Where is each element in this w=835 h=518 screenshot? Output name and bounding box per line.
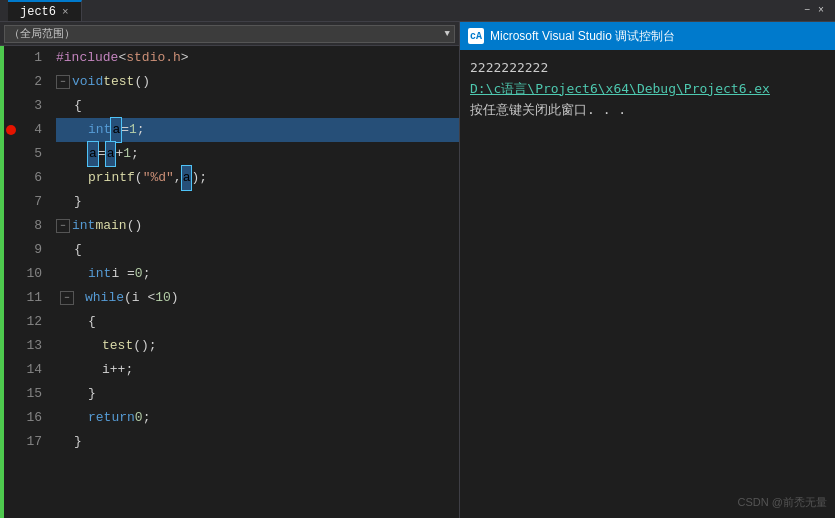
debug-path[interactable]: D:\c语言\Project6\x64\Debug\Project6.ex xyxy=(470,81,770,96)
tab-project6[interactable]: ject6 × xyxy=(8,0,82,21)
title-bar: ject6 × − × xyxy=(0,0,835,22)
code-line-2: − void test() xyxy=(56,70,459,94)
debug-content: 2222222222 D:\c语言\Project6\x64\Debug\Pro… xyxy=(460,50,835,518)
debug-output-line3: 按任意键关闭此窗口. . . xyxy=(470,100,825,121)
vs-icon: cA xyxy=(468,28,484,44)
watermark: CSDN @前禿无量 xyxy=(738,495,827,510)
debug-title-bar: cA Microsoft Visual Studio 调试控制台 xyxy=(460,22,835,50)
code-line-10: int i = 0; xyxy=(56,262,459,286)
code-line-6: printf("%d", a ); xyxy=(56,166,459,190)
debug-output-line2: D:\c语言\Project6\x64\Debug\Project6.ex xyxy=(470,79,825,100)
code-line-13: test(); xyxy=(56,334,459,358)
code-line-3: { xyxy=(56,94,459,118)
code-line-12: { xyxy=(56,310,459,334)
fold-minus-icon-3[interactable]: − xyxy=(60,291,74,305)
tab-area: ject6 × xyxy=(8,0,793,21)
code-line-4: int a = 1; xyxy=(56,118,459,142)
debug-output-line1: 2222222222 xyxy=(470,58,825,79)
code-area: 12345 678910 1112131415 1617 #include<st… xyxy=(0,46,459,518)
code-editor: （全局范围） ▼ xyxy=(0,22,460,518)
window-controls: − × xyxy=(801,5,827,17)
fold-minus-icon[interactable]: − xyxy=(56,75,70,89)
tab-label: ject6 xyxy=(20,5,56,19)
scope-bar: （全局范围） ▼ xyxy=(0,22,459,46)
scope-label: （全局范围） xyxy=(9,26,75,41)
code-line-16: return 0; xyxy=(56,406,459,430)
code-line-14: i++; xyxy=(56,358,459,382)
code-line-11: − while (i < 10) xyxy=(56,286,459,310)
code-line-5: a = a + 1; xyxy=(56,142,459,166)
close-icon[interactable]: × xyxy=(62,6,69,18)
code-line-9: { xyxy=(56,238,459,262)
code-line-17: } xyxy=(56,430,459,454)
debug-title: Microsoft Visual Studio 调试控制台 xyxy=(490,28,675,45)
breakpoint-dot xyxy=(6,125,16,135)
debug-console: cA Microsoft Visual Studio 调试控制台 2222222… xyxy=(460,22,835,518)
code-line-7: } xyxy=(56,190,459,214)
minimize-button[interactable]: − xyxy=(801,5,813,17)
line-numbers: 12345 678910 1112131415 1617 xyxy=(18,46,48,518)
fold-minus-icon-2[interactable]: − xyxy=(56,219,70,233)
breakpoint-column xyxy=(4,46,18,518)
code-line-15: } xyxy=(56,382,459,406)
code-lines: #include<stdio.h> − void test() { int a … xyxy=(48,46,459,518)
main-content: （全局范围） ▼ xyxy=(0,22,835,518)
chevron-down-icon: ▼ xyxy=(445,29,450,39)
scope-dropdown[interactable]: （全局范围） ▼ xyxy=(4,25,455,43)
code-line-1: #include<stdio.h> xyxy=(56,46,459,70)
close-button[interactable]: × xyxy=(815,5,827,17)
code-line-8: − int main() xyxy=(56,214,459,238)
